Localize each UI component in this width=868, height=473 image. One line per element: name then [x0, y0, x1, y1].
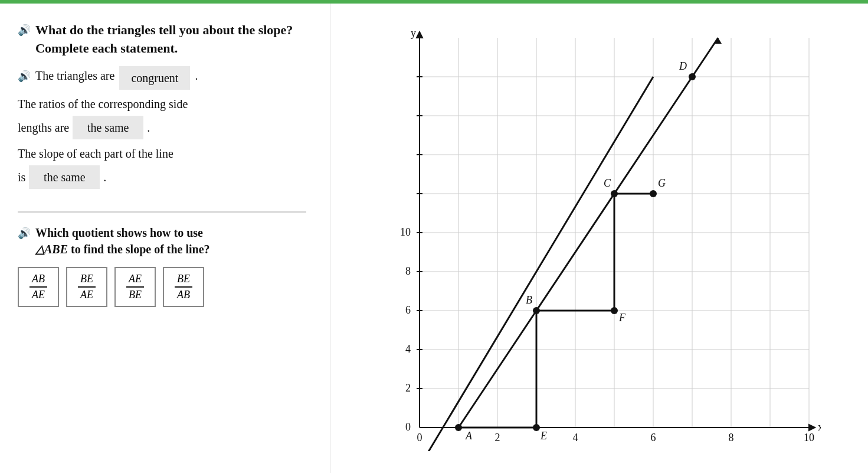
point-F	[611, 307, 618, 314]
statement1-prefix: The triangles are	[35, 66, 114, 85]
x-tick-0: 0	[417, 432, 422, 443]
x-tick-8: 8	[728, 432, 733, 443]
speaker-icon-2[interactable]: 🔊	[18, 226, 31, 241]
q2-line2-rest: to find the slope of the line?	[71, 243, 210, 256]
svg-marker-21	[809, 425, 815, 430]
statement3-line1: The slope of each part of the line	[18, 144, 306, 163]
label-C: C	[604, 177, 611, 189]
y-tick-0: 0	[405, 421, 411, 433]
question2-text: Which quotient shows how to use △ABE to …	[35, 224, 210, 257]
label-E: E	[540, 430, 547, 442]
axis-labels: x y 0 2 4 6 8 10 0 2 4 6 8 10	[400, 27, 821, 443]
q2-line1: Which quotient shows how to use	[35, 224, 210, 241]
question1-text: What do the triangles tell you about the…	[35, 21, 306, 58]
answer-same-2[interactable]: the same	[29, 165, 100, 189]
x-tick-4: 4	[572, 432, 578, 443]
coordinate-graph: x y 0 2 4 6 8 10 0 2 4 6 8 10	[378, 26, 821, 451]
statement2-line2: lengths are the same .	[18, 116, 306, 139]
x-tick-6: 6	[650, 432, 656, 443]
frac3-den: BE	[129, 288, 142, 301]
statement-2-wrapper: The ratios of the corresponding side len…	[18, 94, 306, 139]
x-axis-label: x	[818, 421, 821, 433]
svg-marker-22	[417, 32, 422, 38]
right-panel: x y 0 2 4 6 8 10 0 2 4 6 8 10	[330, 4, 868, 473]
y-tick-2: 4	[405, 343, 411, 355]
statement3-suffix: .	[103, 168, 106, 187]
statement3-prefix1: The slope of each part of the line	[18, 144, 173, 163]
left-panel: 🔊 What do the triangles tell you about t…	[0, 4, 330, 473]
label-G: G	[658, 177, 666, 189]
statement2-line1: The ratios of the corresponding side	[18, 94, 306, 113]
graph-container: x y 0 2 4 6 8 10 0 2 4 6 8 10	[378, 26, 821, 451]
label-F: F	[618, 312, 626, 324]
y-tick-5: 10	[400, 226, 411, 238]
fraction-btn-BE-AB[interactable]: BE AB	[163, 267, 204, 307]
fraction-buttons-group: AB AE BE AE AE BE BE AB	[18, 267, 306, 307]
statement2-suffix: .	[147, 118, 150, 137]
frac4-num: BE	[175, 273, 192, 288]
answer-same-1[interactable]: the same	[73, 116, 143, 139]
speaker-icon-s1[interactable]: 🔊	[18, 68, 31, 85]
question1-block: 🔊 What do the triangles tell you about t…	[18, 21, 306, 189]
triangle-notation: △ABE	[35, 243, 68, 256]
question2-title: 🔊 Which quotient shows how to use △ABE t…	[18, 224, 306, 257]
answer-congruent[interactable]: congruent	[119, 66, 190, 90]
statement1-suffix: .	[195, 66, 198, 85]
x-tick-2: 2	[494, 432, 500, 443]
y-tick-1: 2	[405, 382, 411, 394]
label-D: D	[679, 60, 687, 72]
point-G	[650, 190, 657, 197]
statement2-prefix2: lengths are	[18, 118, 69, 137]
statement2-prefix1: The ratios of the corresponding side	[18, 94, 188, 113]
question1-title: 🔊 What do the triangles tell you about t…	[18, 21, 306, 58]
statement3-line2: is the same .	[18, 165, 306, 189]
y-tick-3: 6	[405, 304, 411, 316]
frac1-num: AB	[30, 273, 47, 288]
fraction-btn-BE-AE[interactable]: BE AE	[66, 267, 107, 307]
point-E	[533, 424, 540, 431]
statement-1: 🔊 The triangles are congruent .	[18, 66, 306, 90]
q2-line2: △ABE to find the slope of the line?	[35, 241, 210, 257]
fraction-btn-AB-AE[interactable]: AB AE	[18, 267, 59, 307]
x-tick-10: 10	[804, 432, 814, 443]
speaker-icon-1[interactable]: 🔊	[18, 23, 31, 38]
y-tick-4: 8	[405, 265, 411, 277]
statement-3-wrapper: The slope of each part of the line is th…	[18, 144, 306, 189]
frac3-num: AE	[126, 273, 144, 288]
point-B	[533, 307, 540, 314]
point-C	[611, 190, 618, 197]
label-A: A	[465, 430, 473, 442]
fraction-btn-AE-BE[interactable]: AE BE	[114, 267, 156, 307]
y-axis-label: y	[411, 27, 416, 39]
question2-block: 🔊 Which quotient shows how to use △ABE t…	[18, 224, 306, 307]
frac1-den: AE	[32, 288, 45, 301]
frac4-den: AB	[177, 288, 190, 301]
frac2-den: AE	[80, 288, 93, 301]
divider	[18, 211, 306, 213]
frac2-num: BE	[78, 273, 96, 288]
point-A	[455, 424, 462, 431]
label-B: B	[526, 294, 532, 306]
statement3-prefix2: is	[18, 168, 25, 187]
point-D	[689, 73, 696, 80]
